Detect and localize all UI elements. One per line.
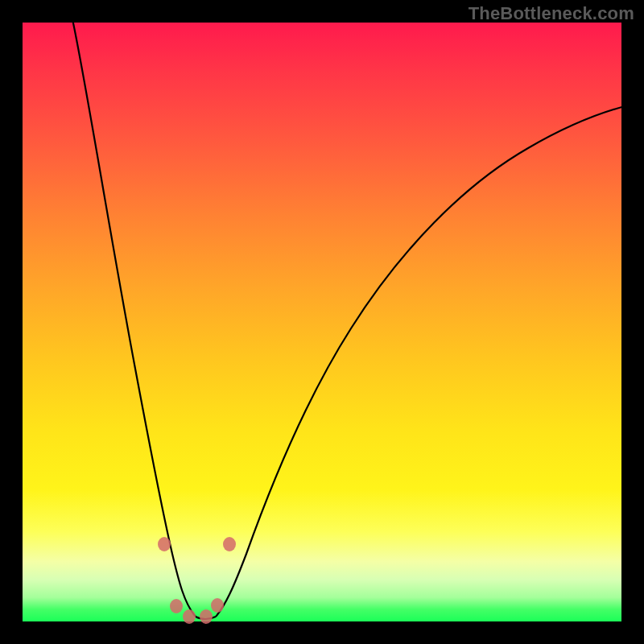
marker-dot (183, 609, 196, 624)
marker-dot (200, 609, 213, 624)
marker-dot (211, 598, 224, 613)
marker-dot (158, 537, 171, 551)
plot-area (23, 23, 621, 621)
marker-dot (170, 599, 183, 613)
left-branch-curve (72, 19, 196, 617)
right-branch-curve (216, 106, 625, 617)
watermark-text: TheBottleneck.com (469, 3, 634, 24)
marker-dot (223, 537, 236, 551)
curve-layer (23, 23, 621, 621)
chart-stage: TheBottleneck.com (0, 0, 644, 644)
